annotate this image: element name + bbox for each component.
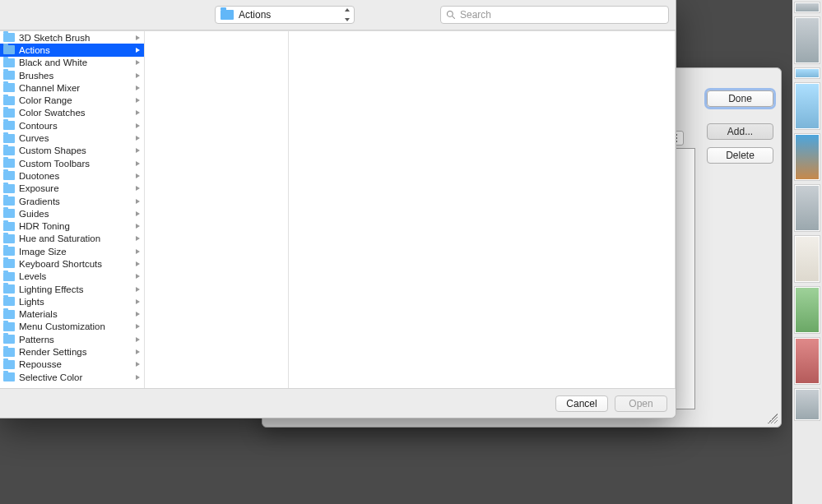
finder-item[interactable]: Render Settings bbox=[0, 345, 144, 358]
resize-grip-icon[interactable] bbox=[768, 414, 778, 423]
finder-column-2[interactable] bbox=[145, 31, 289, 388]
finder-item-label: Channel Mixer bbox=[19, 83, 80, 93]
thumbnail[interactable] bbox=[794, 184, 820, 232]
folder-icon bbox=[3, 58, 15, 67]
chevron-right-icon bbox=[136, 110, 140, 115]
thumbnail[interactable] bbox=[794, 16, 820, 64]
chevron-right-icon bbox=[136, 173, 140, 178]
finder-item-label: Black and White bbox=[19, 58, 87, 67]
chevron-right-icon bbox=[136, 35, 140, 40]
chevron-right-icon bbox=[136, 161, 140, 166]
finder-column-3[interactable] bbox=[289, 31, 676, 388]
finder-item[interactable]: Materials bbox=[0, 308, 144, 321]
presets-list[interactable] bbox=[674, 148, 695, 409]
finder-item[interactable]: Channel Mixer bbox=[0, 81, 144, 94]
thumbnail-strip[interactable] bbox=[792, 0, 822, 504]
folder-icon bbox=[3, 171, 15, 180]
chevron-right-icon bbox=[136, 287, 140, 292]
finder-item-label: Render Settings bbox=[19, 347, 86, 357]
finder-item[interactable]: Actions bbox=[0, 44, 144, 56]
thumbnail[interactable] bbox=[794, 235, 820, 283]
finder-item[interactable]: Levels bbox=[0, 270, 144, 283]
finder-item[interactable]: Keyboard Shortcuts bbox=[0, 257, 144, 270]
folder-icon bbox=[3, 247, 15, 256]
add-button[interactable]: Add... bbox=[707, 123, 773, 140]
finder-item-label: Actions bbox=[19, 45, 50, 55]
finder-item[interactable]: Custom Toolbars bbox=[0, 157, 144, 169]
finder-item[interactable]: Gradients bbox=[0, 195, 144, 207]
finder-item-label: Lights bbox=[19, 297, 44, 307]
thumbnail[interactable] bbox=[794, 2, 820, 13]
finder-item[interactable]: Contours bbox=[0, 119, 144, 132]
folder-icon bbox=[3, 109, 15, 118]
finder-item-label: Hue and Saturation bbox=[19, 234, 100, 243]
finder-item[interactable]: 3D Sketch Brush bbox=[0, 31, 144, 44]
chevron-right-icon bbox=[136, 274, 140, 279]
finder-item[interactable]: Black and White bbox=[0, 57, 144, 69]
finder-item-label: Repousse bbox=[19, 359, 62, 369]
chevron-right-icon bbox=[136, 199, 140, 204]
folder-icon bbox=[3, 96, 15, 105]
chevron-right-icon bbox=[136, 324, 140, 329]
chevron-right-icon bbox=[136, 349, 140, 354]
finder-item-label: Levels bbox=[19, 271, 46, 281]
chevron-right-icon bbox=[136, 261, 140, 266]
finder-item[interactable]: Custom Shapes bbox=[0, 145, 144, 157]
path-dropdown[interactable]: Actions bbox=[215, 6, 355, 24]
finder-item[interactable]: Curves bbox=[0, 132, 144, 144]
folder-icon bbox=[3, 348, 15, 357]
finder-item[interactable]: Patterns bbox=[0, 333, 144, 345]
chevron-right-icon bbox=[136, 123, 140, 128]
finder-item-label: 3D Sketch Brush bbox=[19, 33, 90, 43]
finder-item-label: Color Swatches bbox=[19, 108, 86, 118]
thumbnail[interactable] bbox=[794, 67, 820, 79]
cancel-button[interactable]: Cancel bbox=[555, 395, 608, 412]
folder-icon bbox=[3, 71, 15, 80]
chevron-right-icon bbox=[136, 60, 140, 65]
chevron-right-icon bbox=[136, 375, 140, 380]
finder-columns: 3D Sketch BrushActionsBlack and WhiteBru… bbox=[0, 30, 676, 388]
search-icon bbox=[446, 10, 456, 20]
finder-item[interactable]: Repousse bbox=[0, 358, 144, 371]
folder-icon bbox=[3, 272, 15, 281]
search-input[interactable] bbox=[460, 7, 663, 23]
finder-item-label: Custom Toolbars bbox=[19, 159, 90, 169]
thumbnail[interactable] bbox=[794, 82, 820, 130]
finder-item[interactable]: HDR Toning bbox=[0, 220, 144, 232]
finder-item[interactable]: Selective Color bbox=[0, 371, 144, 383]
finder-item[interactable]: Lighting Effects bbox=[0, 283, 144, 295]
finder-item[interactable]: Hue and Saturation bbox=[0, 233, 144, 245]
finder-column-1[interactable]: 3D Sketch BrushActionsBlack and WhiteBru… bbox=[0, 31, 145, 388]
chevron-right-icon bbox=[136, 148, 140, 153]
thumbnail[interactable] bbox=[794, 286, 820, 334]
folder-icon bbox=[3, 222, 15, 231]
finder-item[interactable]: Color Swatches bbox=[0, 107, 144, 119]
chevron-right-icon bbox=[136, 73, 140, 78]
chevron-right-icon bbox=[136, 48, 140, 53]
open-button[interactable]: Open bbox=[615, 395, 667, 412]
delete-button[interactable]: Delete bbox=[707, 147, 773, 164]
finder-item[interactable]: Lights bbox=[0, 295, 144, 307]
finder-item[interactable]: Duotones bbox=[0, 169, 144, 182]
done-button[interactable]: Done bbox=[707, 90, 773, 107]
folder-icon bbox=[3, 284, 15, 294]
chevron-right-icon bbox=[136, 362, 140, 367]
folder-icon bbox=[3, 322, 15, 331]
finder-item-label: Keyboard Shortcuts bbox=[19, 259, 102, 269]
thumbnail[interactable] bbox=[794, 388, 820, 421]
folder-icon bbox=[3, 310, 15, 319]
finder-item[interactable]: Color Range bbox=[0, 94, 144, 106]
folder-icon bbox=[3, 33, 15, 42]
finder-item[interactable]: Exposure bbox=[0, 183, 144, 195]
finder-item[interactable]: Menu Customization bbox=[0, 321, 144, 333]
folder-icon bbox=[3, 360, 15, 369]
folder-icon bbox=[3, 121, 15, 130]
search-field-wrapper[interactable] bbox=[440, 6, 669, 24]
chevron-right-icon bbox=[136, 98, 140, 103]
thumbnail[interactable] bbox=[794, 337, 820, 385]
finder-item[interactable]: Brushes bbox=[0, 69, 144, 81]
finder-item[interactable]: Guides bbox=[0, 207, 144, 220]
finder-item[interactable]: Image Size bbox=[0, 245, 144, 257]
chevron-right-icon bbox=[136, 86, 140, 90]
thumbnail[interactable] bbox=[794, 133, 820, 181]
